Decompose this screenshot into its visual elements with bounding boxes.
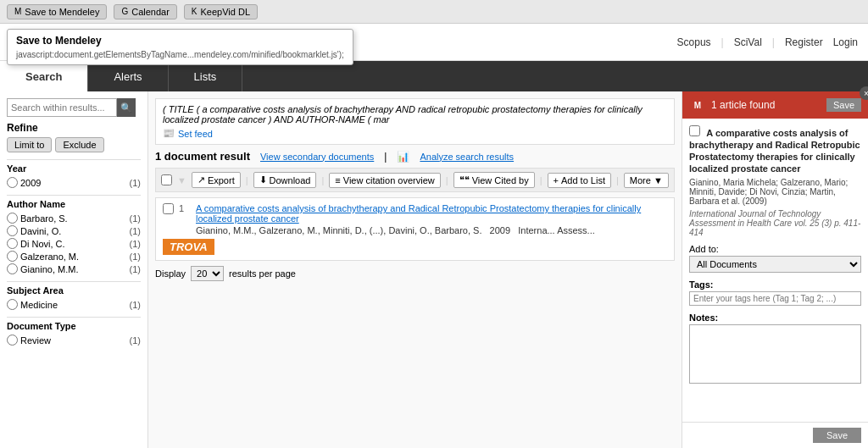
scopus-link[interactable]: Scopus: [677, 36, 711, 48]
tab-lists[interactable]: Lists: [169, 61, 243, 91]
article-title: A comparative costs analysis of brachyth…: [689, 128, 860, 174]
article-authors: Gianino, Maria Michela; Galzerano, Mario…: [689, 178, 861, 206]
search-query-display: ( TITLE ( a comparative costs analysis o…: [155, 98, 675, 145]
result-item-1: 1 A comparative costs analysis of brachy…: [155, 197, 675, 261]
secondary-docs-link[interactable]: View secondary documents: [260, 152, 374, 162]
subject-item-medicine: Medicine (1): [7, 299, 141, 310]
article-checkbox[interactable]: [689, 125, 700, 136]
divider2: |: [772, 36, 775, 48]
mendeley-footer-save-btn[interactable]: Save: [813, 428, 861, 443]
mendeley-m-icon: M: [689, 97, 706, 113]
display-label: Display: [155, 268, 186, 279]
author-radio-galzerano[interactable]: [7, 251, 18, 262]
export-icon: ↗: [198, 174, 205, 185]
sidebar: 🔍 Refine Limit to Exclude Year 2009 (1): [0, 91, 148, 448]
citation-icon: ≡: [335, 175, 340, 185]
author-radio-gianino[interactable]: [7, 263, 18, 274]
citation-btn[interactable]: ≡ View citation overview: [329, 173, 440, 188]
notes-textarea[interactable]: [689, 324, 861, 384]
cited-by-btn[interactable]: ❝❝ View Cited by: [453, 172, 535, 188]
trova-logo: TROVA: [163, 239, 214, 255]
download-btn[interactable]: ⬇ Download: [253, 172, 317, 188]
author-item-barbaro: Barbaro, S. (1): [7, 213, 141, 224]
tooltip-url: javascript:document.getElementsByTagName…: [16, 50, 344, 59]
result-checkbox-1[interactable]: [163, 203, 174, 214]
tooltip-title: Save to Mendeley: [16, 35, 344, 47]
main-area: ( TITLE ( a comparative costs analysis o…: [148, 91, 682, 448]
display-row: Display 20 results per page: [155, 266, 675, 281]
search-within-row: 🔍: [7, 98, 141, 117]
author-label-galzerano: Galzerano, M.: [20, 252, 79, 262]
tab-search[interactable]: Search: [0, 61, 88, 91]
analyze-link[interactable]: Analyze search results: [420, 152, 514, 162]
author-radio-barbaro[interactable]: [7, 213, 18, 224]
browser-toolbar: M Save to Mendeley G Calendar K KeepVid …: [0, 0, 868, 24]
cited-icon: ❝❝: [459, 174, 470, 185]
export-btn[interactable]: ↗ Export: [192, 172, 241, 188]
year-radio-2009[interactable]: [7, 177, 18, 188]
doctype-item-review: Review (1): [7, 335, 141, 346]
mendeley-tooltip: Save to Mendeley javascript:document.get…: [7, 29, 353, 65]
mendeley-header-save-btn[interactable]: Save: [826, 98, 861, 112]
mendeley-browser-btn[interactable]: M Save to Mendeley: [7, 4, 107, 19]
plus-icon: +: [554, 175, 559, 185]
year-filter-section: Year 2009 (1): [7, 159, 141, 188]
nav-tabs: Search Alerts Lists: [0, 61, 868, 91]
tags-label: Tags:: [689, 279, 861, 290]
exclude-btn[interactable]: Exclude: [55, 137, 103, 152]
search-within-input[interactable]: [7, 98, 117, 117]
calendar-browser-btn[interactable]: G Calendar: [114, 4, 176, 19]
content-area: 🔍 Refine Limit to Exclude Year 2009 (1): [0, 91, 868, 448]
author-item-gianino: Gianino, M.M. (1): [7, 263, 141, 274]
author-label-barbaro: Barbaro, S.: [20, 213, 68, 224]
add-to-list-btn[interactable]: + Add to List: [548, 173, 611, 188]
login-link[interactable]: Login: [833, 36, 858, 48]
more-btn[interactable]: More ▼: [624, 173, 669, 188]
mendeley-body: A comparative costs analysis of brachyth…: [682, 119, 868, 422]
set-feed-link[interactable]: Set feed: [178, 129, 213, 139]
set-feed-row: 📰 Set feed: [163, 128, 667, 139]
keepvid-browser-btn[interactable]: K KeepVid DL: [184, 4, 258, 19]
result-title-1[interactable]: A comparative costs analysis of brachyth…: [196, 203, 641, 224]
refine-label: Refine: [7, 122, 141, 134]
author-label-gianino: Gianino, M.M.: [20, 264, 78, 274]
results-header: 1 document result View secondary documen…: [155, 150, 675, 163]
mendeley-close-btn[interactable]: ×: [860, 86, 868, 100]
year-label-2009: 2009: [20, 178, 41, 188]
add-to-select[interactable]: All Documents: [689, 256, 861, 273]
tags-input[interactable]: [689, 291, 861, 306]
add-to-label: Add to:: [689, 244, 861, 254]
article-journal: International Journal of Technology Asse…: [689, 209, 861, 237]
keepvid-btn-label: KeepVid DL: [201, 7, 251, 17]
year-filter-item-2009: 2009 (1): [7, 177, 141, 188]
search-within-button[interactable]: 🔍: [117, 98, 136, 117]
rss-icon: 📰: [163, 128, 175, 139]
page-wrapper: Scopus Scopus | SciVal | Register Login …: [0, 24, 868, 448]
subject-filter-section: Subject Area Medicine (1): [7, 281, 141, 310]
header-right: Scopus | SciVal | Register Login: [677, 36, 858, 48]
doctype-filter-title: Document Type: [7, 317, 141, 331]
doctype-filter-section: Document Type Review (1): [7, 317, 141, 346]
result-number-1: 1: [179, 203, 191, 213]
author-radio-dinovi[interactable]: [7, 238, 18, 249]
subject-filter-title: Subject Area: [7, 281, 141, 296]
doctype-label-review: Review: [20, 335, 51, 346]
mendeley-btn-label: Save to Mendeley: [25, 7, 99, 17]
download-icon: ⬇: [259, 174, 267, 185]
refine-buttons: Limit to Exclude: [7, 137, 141, 152]
author-item-dinovi: Di Novi, C. (1): [7, 238, 141, 249]
display-select[interactable]: 20: [191, 266, 224, 281]
author-label-davini: Davini, O.: [20, 226, 61, 236]
article-count-label: 1 article found: [711, 99, 775, 111]
register-link[interactable]: Register: [785, 36, 823, 48]
limit-to-btn[interactable]: Limit to: [7, 137, 52, 152]
chart-icon: 📊: [397, 151, 409, 163]
doctype-radio-review[interactable]: [7, 335, 18, 346]
select-all-checkbox[interactable]: [161, 174, 172, 185]
tab-alerts[interactable]: Alerts: [88, 61, 168, 91]
author-radio-davini[interactable]: [7, 225, 18, 236]
scival-link[interactable]: SciVal: [734, 36, 762, 48]
chevron-icon: ▼: [654, 175, 663, 185]
per-page-label: results per page: [229, 268, 296, 279]
subject-radio-medicine[interactable]: [7, 299, 18, 310]
